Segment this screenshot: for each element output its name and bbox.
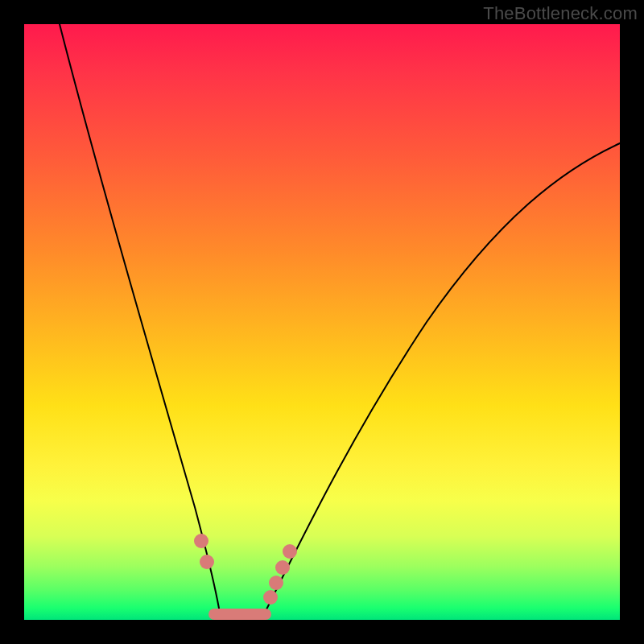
- bead-right-c: [275, 560, 290, 575]
- bead-right-b: [269, 576, 283, 590]
- curve-layer: [24, 24, 620, 620]
- left-curve: [60, 24, 221, 617]
- outer-frame: TheBottleneck.com: [0, 0, 644, 644]
- bead-right-a: [263, 590, 278, 605]
- right-curve: [262, 143, 620, 617]
- bead-left-lower: [200, 555, 214, 569]
- bead-left-upper: [194, 534, 208, 548]
- watermark-text: TheBottleneck.com: [483, 3, 638, 24]
- bead-right-d: [283, 544, 297, 559]
